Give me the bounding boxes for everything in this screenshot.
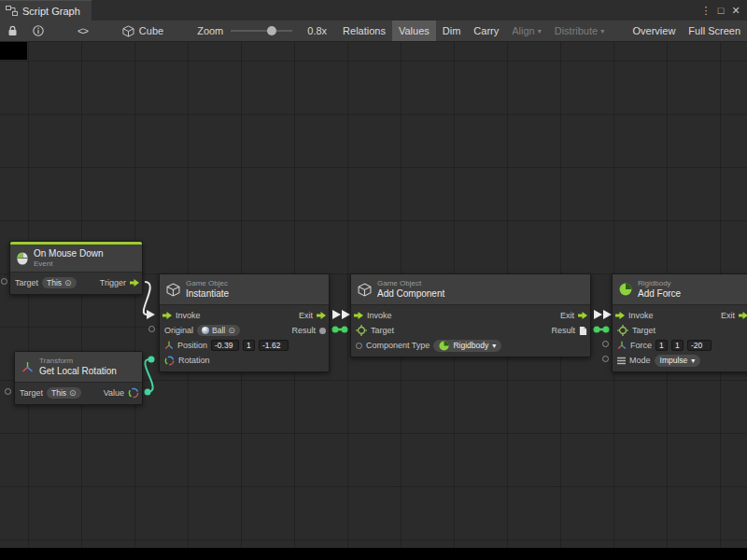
node-instantiate[interactable]: Game Objec Instantiate Invoke Exit (159, 273, 330, 372)
node-category: Game Objec (186, 279, 229, 288)
target-object-field[interactable]: This ⊙ (42, 277, 77, 288)
zoom-slider-handle[interactable] (267, 26, 276, 35)
node-add-component[interactable]: Game Object Add Component Invoke Exit (350, 273, 591, 357)
script-graph-icon (6, 6, 18, 16)
zoom-slider[interactable] (231, 25, 292, 36)
target-object-field[interactable]: This ⊙ (47, 387, 81, 399)
force-z-field[interactable]: -20 (687, 340, 712, 351)
game-object-icon (166, 283, 180, 297)
result-port-label: Result (291, 326, 316, 335)
window-controls: ⋮ □ ✕ (698, 0, 747, 21)
value-port[interactable] (602, 341, 609, 347)
chevron-down-icon: ▾ (600, 27, 604, 35)
flow-row: Invoke Exit (351, 308, 590, 323)
force-x-field[interactable]: 1 (655, 340, 668, 351)
align-label: Align (512, 25, 534, 36)
cube-icon (122, 25, 134, 37)
value-port[interactable] (602, 356, 609, 362)
component-type-value: Rigidbody (453, 341, 488, 350)
port-row: Position -0.39 1 -1.62 (160, 338, 329, 353)
node-add-force[interactable]: Rigidbody Add Force Invoke Exit (612, 273, 747, 372)
component-type-dropdown[interactable]: Rigidbody ▾ (433, 340, 501, 352)
lock-icon[interactable] (5, 21, 21, 41)
flow-output-arrow-icon[interactable] (739, 312, 747, 319)
value-port[interactable] (5, 388, 11, 395)
force-y-field[interactable]: 1 (671, 340, 684, 351)
position-x-field[interactable]: -0.39 (211, 340, 239, 351)
flow-input-arrow-icon[interactable] (162, 312, 172, 319)
result-port-icon[interactable] (319, 328, 326, 334)
rotation-icon (164, 356, 175, 366)
target-port-label: Target (632, 326, 655, 335)
port-row: Rotation (160, 353, 329, 368)
ball-prefab-icon (202, 327, 209, 334)
node-on-mouse-down[interactable]: On Mouse Down Event Target This ⊙ Trigge… (9, 241, 143, 295)
target-object-value: This (47, 278, 62, 287)
value-port[interactable] (356, 343, 362, 349)
rotation-port-label: Rotation (178, 356, 210, 365)
relations-button[interactable]: Relations (336, 21, 392, 41)
overview-button[interactable]: Overview (627, 21, 683, 41)
flow-input-arrow-icon[interactable] (615, 312, 625, 319)
node-category: Rigidbody (638, 279, 681, 288)
position-z-field[interactable]: -1.62 (259, 340, 289, 351)
node-subtitle: Event (34, 259, 103, 269)
full-screen-button[interactable]: Full Screen (682, 21, 747, 41)
window-menu-icon[interactable]: ⋮ (698, 5, 713, 17)
value-port[interactable] (148, 326, 155, 332)
port-row: Target (613, 323, 747, 338)
maximize-icon[interactable]: □ (713, 5, 728, 16)
flow-output-arrow-icon[interactable] (317, 312, 326, 319)
values-button[interactable]: Values (392, 21, 436, 41)
flow-input-arrow-icon[interactable] (354, 312, 363, 319)
vector3-icon (164, 341, 174, 350)
graph-toolbar: <> Cube Zoom 0.8x Relations Values Dim C… (0, 21, 747, 42)
node-title: Add Component (377, 288, 444, 300)
mode-dropdown[interactable]: Impulse ▾ (655, 355, 701, 367)
node-title: Instantiate (186, 288, 229, 300)
position-y-field[interactable]: 1 (243, 340, 255, 351)
code-icon[interactable]: <> (75, 21, 91, 41)
target-object-value: This (51, 388, 66, 398)
exit-port-label: Exit (721, 311, 735, 320)
port-row: Component Type Rigidbody ▾ (351, 338, 590, 353)
value-port[interactable] (1, 278, 7, 285)
port-row: Original Ball ⊙ Result (160, 323, 329, 338)
zoom-value: 0.8x (307, 25, 327, 36)
node-category: Transform (39, 357, 117, 366)
script-graph-window: Script Graph ⋮ □ ✕ <> Cube Zoom 0.8x Rel… (0, 0, 747, 560)
document-icon[interactable] (579, 326, 587, 336)
object-picker-icon[interactable]: ⊙ (64, 279, 72, 287)
graph-canvas[interactable]: On Mouse Down Event Target This ⊙ Trigge… (0, 42, 747, 560)
object-picker-icon[interactable]: ⊙ (69, 389, 77, 398)
node-header: Rigidbody Add Force (613, 274, 747, 305)
distribute-button[interactable]: Distribute ▾ (548, 21, 611, 41)
align-button[interactable]: Align ▾ (505, 21, 547, 41)
original-port-label: Original (164, 326, 193, 335)
info-icon[interactable] (30, 21, 47, 41)
canvas-bottom-edge (0, 548, 747, 560)
dim-button[interactable]: Dim (436, 21, 468, 41)
tab-script-graph[interactable]: Script Graph (0, 0, 92, 21)
original-object-field[interactable]: Ball ⊙ (197, 325, 240, 336)
port-row: Target This ⊙ Trigger (10, 275, 142, 290)
chevron-down-icon: ▾ (538, 27, 542, 35)
graph-object-name: Cube (139, 25, 163, 36)
chevron-down-icon: ▾ (691, 357, 695, 365)
flow-row: Invoke Exit (613, 308, 747, 323)
trigger-port-label: Trigger (100, 278, 126, 287)
chevron-down-icon: ▾ (492, 342, 496, 350)
graph-object-chip[interactable]: Cube (122, 25, 163, 37)
carry-button[interactable]: Carry (467, 21, 505, 41)
distribute-label: Distribute (555, 25, 598, 36)
invoke-port-label: Invoke (628, 311, 654, 320)
exit-port-label: Exit (299, 311, 313, 320)
node-get-local-rotation[interactable]: Transform Get Local Rotation Target This… (14, 351, 143, 405)
flow-output-arrow-icon[interactable] (130, 279, 139, 287)
rotation-icon[interactable] (128, 387, 139, 399)
close-icon[interactable]: ✕ (728, 5, 743, 17)
flow-output-arrow-icon[interactable] (578, 312, 587, 319)
target-port-label: Target (20, 388, 43, 398)
object-picker-icon[interactable]: ⊙ (228, 327, 235, 335)
position-port-label: Position (177, 341, 207, 350)
